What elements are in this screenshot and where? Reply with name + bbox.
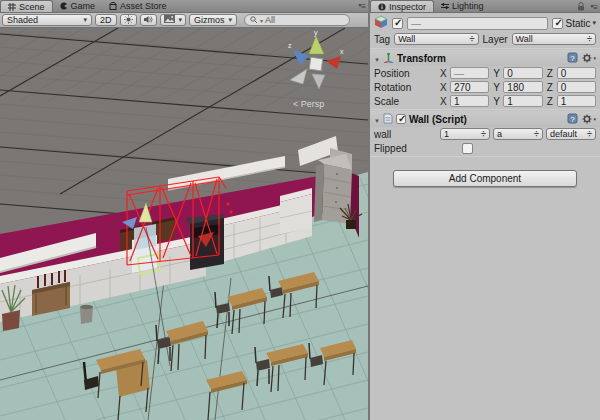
tab-inspector-label: Inspector [389,2,426,12]
position-x-field[interactable]: — [450,67,489,79]
sun-icon [124,15,133,26]
shading-mode-label: Shaded [7,15,79,25]
rotation-y-field[interactable]: 180 [503,81,542,93]
object-name-field[interactable]: — [407,17,548,30]
wall-property-row: wall 1 a default [370,127,600,141]
position-row: Position X — Y 0 Z 0 [370,66,600,80]
wall-dropdown-3[interactable]: default [546,128,596,140]
axis-z: Z [547,96,557,107]
transform-title: Transform [397,53,446,64]
script-page-icon [383,113,393,126]
gameobject-header: — Static ▾ [370,13,600,31]
gizmos-dropdown[interactable]: Gizmos [189,14,237,26]
inspector-pane: Inspector Lighting — [370,0,600,420]
axis-y: Y [493,82,503,93]
wall-dropdown-2[interactable]: a [493,128,543,140]
tab-asset-store-label: Asset Store [120,1,167,11]
tab-asset-store[interactable]: Asset Store [102,0,174,12]
active-checkbox[interactable] [392,18,403,29]
speaker-icon [144,15,153,26]
scale-x-field[interactable]: 1 [450,95,489,107]
axis-y: Y [493,68,503,79]
gear-icon[interactable] [582,114,596,124]
scene-viewport[interactable]: y z x < Persp [0,28,368,420]
tag-dropdown[interactable]: Wall [394,33,478,45]
axis-x: X [440,96,450,107]
info-circle-icon [378,3,386,11]
gizmos-label: Gizmos [194,15,225,25]
scale-y-field[interactable]: 1 [503,95,542,107]
layer-value: Wall [516,34,533,44]
wall-dropdown-1[interactable]: 1 [440,128,490,140]
wall-dropdown-3-value: default [550,129,577,139]
static-label: Static [565,18,590,29]
transform-header[interactable]: Transform ? [370,50,600,66]
axis-z: Z [547,68,557,79]
effects-dropdown-button[interactable] [160,14,187,26]
static-checkbox[interactable] [552,18,563,29]
add-component-button[interactable]: Add Component [393,170,577,187]
position-y-field[interactable]: 0 [503,67,542,79]
scene-search-input[interactable]: ▾ All [244,14,350,26]
foldout-arrow-icon[interactable] [374,53,380,64]
tab-game[interactable]: Game [53,0,103,12]
axis-x: X [440,82,450,93]
wall-dropdown-2-value: a [497,129,502,139]
shading-mode-dropdown[interactable]: Shaded [2,14,92,26]
crate[interactable] [32,270,70,316]
search-value: All [265,15,275,25]
separator [370,156,600,157]
book-help-icon[interactable]: ? [567,113,578,126]
layer-label: Layer [483,34,508,45]
scene-toolbar: Shaded 2D Gizmos [0,13,368,28]
tab-menu-icon[interactable] [357,2,365,11]
tab-inspector[interactable]: Inspector [370,0,434,12]
rotation-z-field[interactable]: 0 [557,81,596,93]
scale-label: Scale [374,96,440,107]
foldout-arrow-icon[interactable] [374,114,380,125]
tag-label: Tag [374,34,390,45]
layer-dropdown[interactable]: Wall [512,33,596,45]
lighting-toggle-button[interactable] [120,14,137,26]
gear-icon[interactable] [582,53,596,63]
script-enabled-checkbox[interactable] [396,114,406,124]
static-dropdown-arrow-icon[interactable]: ▾ [592,19,596,27]
tab-scene-label: Scene [19,2,45,12]
magnifier-icon [250,16,258,24]
position-label: Position [374,68,440,79]
tab-scene[interactable]: Scene [0,0,53,12]
2d-toggle-button[interactable]: 2D [95,14,117,26]
position-z-field[interactable]: 0 [557,67,596,79]
scale-z-field[interactable]: 1 [557,95,596,107]
wall-dropdown-1-value: 1 [444,129,449,139]
axis-y: Y [493,96,503,107]
scene-pane: Scene Game Asset Store Shaded 2D [0,0,368,420]
wall-script-header[interactable]: Wall (Script) ? [370,111,600,127]
inspector-menu-icon[interactable] [589,3,597,12]
box-icon [109,2,117,10]
tab-game-label: Game [71,1,96,11]
lock-icon[interactable] [577,2,585,13]
audio-toggle-button[interactable] [140,14,157,26]
rotation-x-field[interactable]: 270 [450,81,489,93]
flipped-row: Flipped [370,141,600,155]
svg-text:?: ? [571,53,576,62]
orientation-cube[interactable] [309,57,323,71]
tab-lighting-label: Lighting [452,1,484,11]
cabinet-right[interactable] [280,188,312,234]
search-filter-arrow-icon[interactable]: ▾ [260,17,263,24]
tab-lighting[interactable]: Lighting [434,0,491,12]
tag-layer-row: Tag Wall Layer Wall [370,31,600,47]
trash-bin[interactable] [80,305,93,324]
flipped-checkbox[interactable] [462,143,473,154]
image-icon [164,15,175,25]
axis-z: Z [547,82,557,93]
2d-toggle-label: 2D [100,15,112,25]
scene-tabbar: Scene Game Asset Store [0,0,368,13]
book-help-icon[interactable]: ? [567,52,578,65]
rotation-label: Rotation [374,82,440,93]
tag-value: Wall [398,34,415,44]
scale-row: Scale X 1 Y 1 Z 1 [370,94,600,108]
persp-label[interactable]: < Persp [293,99,324,109]
wall-property-label: wall [374,129,440,140]
